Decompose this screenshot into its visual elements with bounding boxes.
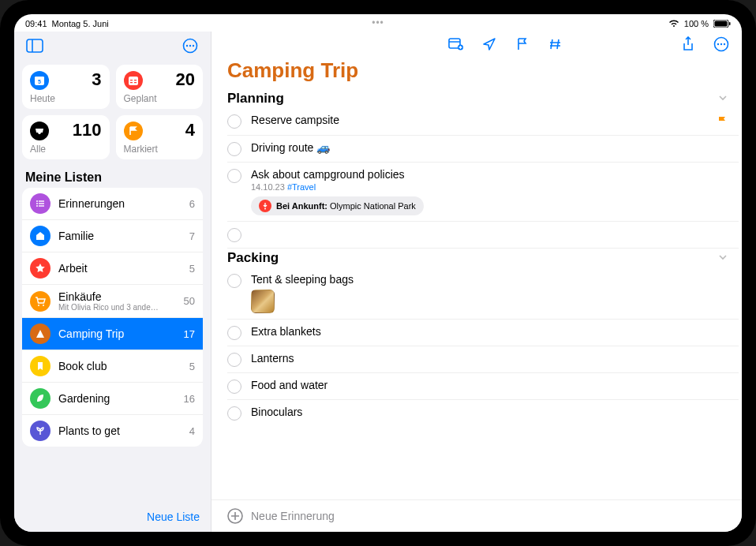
reminder-row[interactable]: Extra blankets <box>227 320 739 346</box>
complete-checkbox[interactable] <box>227 406 241 421</box>
planned-label: Geplant <box>124 93 196 104</box>
reminder-title: Binoculars <box>251 406 728 418</box>
wifi-icon <box>668 20 679 28</box>
calendar-today-icon: 5 <box>30 71 49 90</box>
sprout-icon <box>30 421 51 441</box>
share-button[interactable] <box>679 35 698 54</box>
complete-checkbox[interactable] <box>227 169 241 183</box>
more-button[interactable] <box>712 35 731 54</box>
summary-card-all[interactable]: 110 Alle <box>22 115 110 159</box>
cart-icon <box>30 291 51 312</box>
chevron-down-icon[interactable] <box>718 92 728 106</box>
new-reminder-label: Neue Erinnerung <box>251 510 335 522</box>
svg-point-32 <box>264 208 266 210</box>
svg-point-24 <box>43 305 44 306</box>
reminder-title: Ask about campground policies <box>251 168 728 181</box>
summary-card-today[interactable]: 5 3 Heute <box>22 65 110 109</box>
hashtag-button[interactable] <box>546 35 565 54</box>
complete-checkbox[interactable] <box>227 228 241 242</box>
svg-point-21 <box>36 205 38 207</box>
new-list-button[interactable]: Neue Liste <box>147 510 200 523</box>
reminder-title: Driving route 🚙 <box>251 141 728 154</box>
complete-checkbox[interactable] <box>227 380 241 394</box>
sidebar-list-item[interactable]: Plants to get 4 <box>22 415 203 447</box>
complete-checkbox[interactable] <box>227 353 241 367</box>
reminder-meta: 14.10.23 #Travel <box>251 182 728 192</box>
list-count: 50 <box>184 295 195 307</box>
flag-button[interactable] <box>513 35 532 54</box>
svg-point-8 <box>193 45 194 47</box>
svg-rect-12 <box>129 77 138 85</box>
svg-rect-15 <box>130 82 133 83</box>
flag-indicator-icon <box>717 115 728 129</box>
toggle-sidebar-button[interactable] <box>24 35 46 57</box>
list-name: Book club <box>58 360 182 372</box>
bookmark-icon <box>30 356 51 376</box>
svg-rect-16 <box>134 82 137 83</box>
sidebar-list-item[interactable]: Erinnerungen 6 <box>22 188 203 220</box>
inbox-icon <box>30 122 49 140</box>
complete-checkbox[interactable] <box>227 114 241 129</box>
my-lists-header: Meine Listen <box>14 167 211 188</box>
svg-point-7 <box>189 45 191 47</box>
reminder-row[interactable]: Driving route 🚙 <box>227 136 739 163</box>
summary-card-flagged[interactable]: 4 Markiert <box>116 115 204 159</box>
reminder-title: Tent & sleeping bags <box>251 273 728 286</box>
svg-rect-3 <box>27 39 43 52</box>
reminder-row[interactable] <box>227 222 739 249</box>
list-name: Gardening <box>58 392 176 405</box>
tent-icon <box>30 323 51 344</box>
list-title: Camping Trip <box>211 55 742 89</box>
list-name: Camping Trip <box>58 327 176 340</box>
reminder-title: Lanterns <box>251 352 728 365</box>
reminder-title: Reserve campsite <box>251 114 707 126</box>
location-pill[interactable]: Bei Ankunft: Olympic National Park <box>251 196 424 215</box>
status-battery: 100 % <box>684 19 709 28</box>
list-count: 5 <box>189 263 195 275</box>
section-title: Packing <box>227 250 279 266</box>
sidebar-list-item[interactable]: Arbeit 5 <box>22 252 203 285</box>
attachment-thumbnail[interactable] <box>251 290 275 313</box>
svg-rect-20 <box>39 203 44 204</box>
add-reminder-button[interactable] <box>227 508 243 524</box>
all-count: 110 <box>73 122 102 139</box>
complete-checkbox[interactable] <box>227 142 241 156</box>
reminder-row[interactable]: Ask about campground policies14.10.23 #T… <box>227 163 739 222</box>
list-count: 16 <box>184 393 195 405</box>
svg-point-23 <box>38 305 39 306</box>
list-name: Familie <box>58 230 182 242</box>
svg-rect-2 <box>729 22 731 25</box>
status-time: 09:41 <box>25 19 47 28</box>
svg-point-17 <box>36 200 38 202</box>
svg-rect-14 <box>134 80 137 80</box>
reminder-row[interactable]: Reserve campsite <box>227 108 739 136</box>
complete-checkbox[interactable] <box>227 326 241 340</box>
flagged-label: Markiert <box>124 144 196 155</box>
reminder-row[interactable]: Binoculars <box>227 400 739 426</box>
list-count: 4 <box>189 425 195 437</box>
reminder-row[interactable]: Lanterns <box>227 346 739 373</box>
reminder-row[interactable]: Food and water <box>227 373 739 400</box>
sidebar-list-item[interactable]: Familie 7 <box>22 220 203 252</box>
template-button[interactable] <box>447 35 466 54</box>
multitask-dots-icon[interactable]: ••• <box>372 17 384 28</box>
sidebar-list-item[interactable]: Book club 5 <box>22 350 203 383</box>
svg-point-30 <box>720 43 722 45</box>
list-subtitle: Mit Olivia Rico und 3 ande… <box>58 303 176 312</box>
svg-point-6 <box>186 45 188 47</box>
reminder-title: Food and water <box>251 379 728 391</box>
list-name: Arbeit <box>58 262 182 275</box>
sidebar-list-item[interactable]: Camping Trip 17 <box>22 318 203 350</box>
house-icon <box>30 226 51 246</box>
location-button[interactable] <box>480 35 499 54</box>
svg-rect-1 <box>715 21 728 27</box>
complete-checkbox[interactable] <box>227 274 241 288</box>
more-options-button[interactable] <box>179 35 201 57</box>
reminder-row[interactable]: Tent & sleeping bags <box>227 267 739 320</box>
svg-point-31 <box>724 43 725 45</box>
summary-card-planned[interactable]: 20 Geplant <box>116 65 204 109</box>
chevron-down-icon[interactable] <box>718 251 728 265</box>
status-date: Montag 5. Juni <box>52 19 109 28</box>
sidebar-list-item[interactable]: Gardening 16 <box>22 383 203 415</box>
sidebar-list-item[interactable]: Einkäufe Mit Olivia Rico und 3 ande… 50 <box>22 285 203 318</box>
